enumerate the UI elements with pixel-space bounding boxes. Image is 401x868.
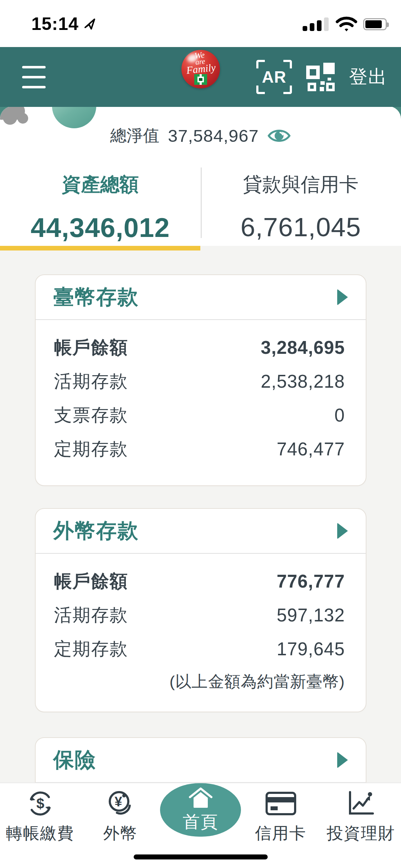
nav-home-button[interactable]: 首頁 [160,783,241,837]
bank-emblem [194,74,207,85]
svg-text:¥: ¥ [114,794,122,809]
investment-icon [346,788,376,819]
fx-conversion-note: (以上金額為約當新臺幣) [54,671,345,692]
tab-loans-credit-value: 6,761,045 [201,212,401,242]
mobile-banking-home-screen: 15:14 [0,0,401,868]
battery-icon [363,18,387,30]
ar-scan-button[interactable]: AR [256,60,292,94]
wifi-icon [335,16,358,32]
eye-visibility-toggle[interactable] [267,128,291,144]
active-tab-indicator [0,246,200,250]
tabs-divider [201,167,202,238]
status-bar: 15:14 [0,0,401,47]
status-time: 15:14 [31,14,96,34]
qr-code-icon[interactable] [306,63,335,91]
chevron-right-icon [337,523,348,539]
home-indicator[interactable] [134,854,268,859]
ar-label: AR [262,67,286,87]
app-header: We are Family AR 登出 [0,47,401,107]
transfer-icon: $ [25,788,55,819]
chevron-right-icon [337,752,348,768]
bank-logo: We are Family [181,50,220,88]
net-worth-label: 總淨值 [110,125,159,147]
fx-deposit-card: 外幣存款 帳戶餘額 776,777 活期存款 597,132 定期存款 179,… [35,508,366,712]
table-row: 活期存款 597,132 [54,598,345,632]
svg-text:$: $ [36,796,44,811]
insurance-card-header[interactable]: 保險 [36,738,366,782]
insurance-title: 保險 [53,746,96,774]
logout-button[interactable]: 登出 [349,64,387,89]
table-row: 定期存款 179,645 [54,632,345,666]
twd-deposit-title: 臺幣存款 [53,283,139,311]
tab-loans-credit[interactable]: 貸款與信用卡 6,761,045 [201,167,401,246]
nav-transfer-pay[interactable]: $ 轉帳繳費 [0,783,80,868]
menu-button[interactable] [22,63,47,91]
status-icons [303,16,387,32]
location-arrow-icon [84,18,96,30]
twd-deposit-card: 臺幣存款 帳戶餘額 3,284,695 活期存款 2,538,218 支票存款 … [35,274,366,486]
insurance-card: 保險 [35,737,366,782]
home-icon [187,786,214,808]
table-row: 活期存款 2,538,218 [54,365,345,398]
nav-investment[interactable]: 投資理財 [321,783,401,868]
tab-total-assets[interactable]: 資產總額 44,346,012 [0,167,201,246]
tab-loans-credit-label: 貸款與信用卡 [201,172,401,198]
net-worth-row: 總淨值 37,584,967 [0,125,401,147]
table-row: 定期存款 746,477 [54,432,345,466]
summary-tabs: 資產總額 44,346,012 貸款與信用卡 6,761,045 [0,167,401,246]
nav-home-label: 首頁 [183,811,219,833]
accounts-scroll-area[interactable]: 臺幣存款 帳戶餘額 3,284,695 活期存款 2,538,218 支票存款 … [0,246,401,782]
tab-total-assets-label: 資產總額 [0,172,201,198]
clock-text: 15:14 [31,14,79,34]
chevron-right-icon [337,289,348,305]
twd-deposit-card-header[interactable]: 臺幣存款 [36,275,366,320]
logo-slogan: We are Family [185,51,216,74]
cellular-signal-icon [303,17,330,31]
credit-card-icon [265,788,297,819]
fx-deposit-card-header[interactable]: 外幣存款 [36,509,366,554]
tab-total-assets-value: 44,346,012 [0,212,201,243]
table-row: 帳戶餘額 776,777 [54,564,345,598]
table-row: 支票存款 0 [54,398,345,432]
foreign-currency-icon: ¥ [106,788,135,819]
fx-deposit-title: 外幣存款 [53,517,139,545]
net-worth-value: 37,584,967 [168,126,259,146]
table-row: 帳戶餘額 3,284,695 [54,331,345,365]
battery-level [365,20,382,28]
summary-sheet: 總淨值 37,584,967 資產總額 44,346,012 貸款與信用卡 6,… [0,106,401,246]
